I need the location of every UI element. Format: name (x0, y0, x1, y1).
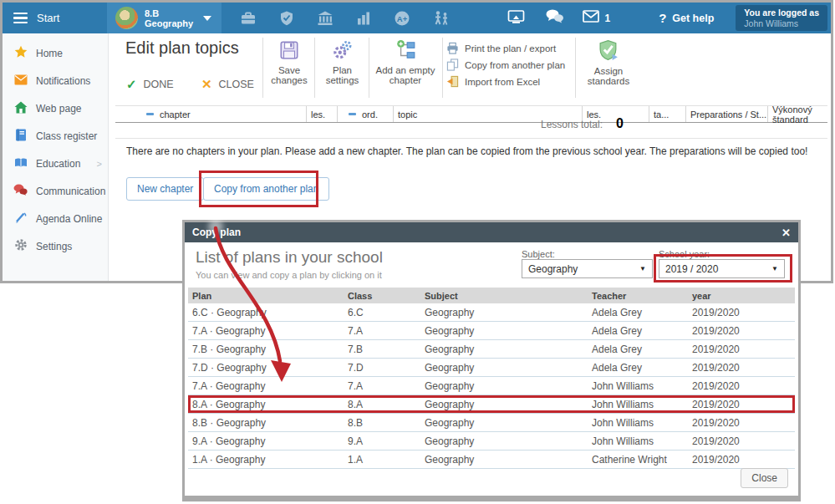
plan-row[interactable]: 1.A · Geography1.AGeographyCatherine Wri… (188, 451, 795, 469)
plan-settings-label: Plan settings (318, 65, 367, 86)
plan-cell: Geography (420, 435, 588, 447)
mail-group[interactable]: 1 (583, 10, 610, 26)
save-changes-label: Save changes (266, 65, 313, 86)
plan-row[interactable]: 7.A · Geography7.AGeographyAdela Grey201… (188, 322, 795, 340)
sidebar-item-notifications[interactable]: Notifications (3, 67, 108, 94)
col-les[interactable]: les. (311, 109, 325, 120)
import-excel-button[interactable]: Import from Excel (446, 74, 573, 90)
close-label: CLOSE (219, 79, 254, 90)
subject-select[interactable]: Geography ▼ (522, 259, 653, 278)
plan-cell: Catherine Wright (588, 454, 688, 466)
plan-cell: 2019/2020 (688, 380, 795, 392)
plan-row[interactable]: 7.B · Geography7.BGeographyAdela Grey201… (188, 340, 795, 359)
print-plan-label: Print the plan / export (465, 43, 556, 53)
sidebar-item-webpage[interactable]: Web page (3, 94, 108, 122)
school-year-select[interactable]: 2019 / 2020 ▼ (659, 259, 785, 278)
sidebar-item-home[interactable]: Home (3, 39, 108, 67)
plan-cell: John Williams (588, 417, 688, 429)
copy-from-another-plan-button[interactable]: Copy from another plan (203, 177, 329, 201)
class-selector[interactable]: 8.B Geography (107, 3, 221, 33)
cast-icon[interactable] (507, 9, 525, 28)
subject-label: Subject: (522, 249, 555, 259)
class-avatar (115, 7, 138, 29)
org-chart-plus-icon (395, 54, 416, 64)
add-empty-chapter-button[interactable]: Add an empty chapter (372, 39, 439, 86)
gear-icon (13, 238, 28, 254)
subject-value: Geography (528, 263, 578, 275)
col-standard[interactable]: Výkonový štandard (772, 104, 827, 125)
plan-row[interactable]: 7.A · Geography7.AGeographyJohn Williams… (188, 377, 795, 395)
logged-in-name: John Williams (744, 18, 819, 29)
copy-plan-modal: Copy plan ✕ List of plans in your school… (182, 220, 801, 501)
col-chapter[interactable]: chapter (160, 109, 191, 120)
sidebar-item-education[interactable]: Education > (3, 150, 108, 177)
new-chapter-button[interactable]: New chapter (126, 177, 204, 201)
plan-table-header: chapter les. ord. topic les. ta... Prepa… (115, 105, 827, 123)
shield-check-icon[interactable] (278, 10, 295, 27)
copy-from-plan-menu-button[interactable]: Copy from another plan (446, 57, 573, 74)
plan-row[interactable]: 8.A · Geography8.AGeographyJohn Williams… (188, 395, 795, 414)
plan-cell: 6.C · Geography (188, 307, 344, 318)
question-icon[interactable]: ? (659, 11, 666, 25)
done-label: DONE (144, 79, 174, 90)
col-year[interactable]: year (688, 291, 795, 301)
bar-chart-icon[interactable] (355, 10, 372, 27)
hamburger-icon[interactable] (13, 13, 28, 24)
collapse-minus-icon[interactable] (349, 113, 356, 115)
plan-cell: Geography (420, 307, 588, 318)
plan-cell: Geography (420, 344, 588, 355)
plan-cell: 7.A · Geography (188, 380, 344, 392)
plan-row[interactable]: 8.B · Geography8.BGeographyJohn Williams… (188, 414, 795, 432)
add-empty-chapter-label: Add an empty chapter (372, 65, 439, 86)
grades-aplus-icon[interactable]: A+ (394, 10, 410, 27)
plan-actions-group: Print the plan / export Copy from anothe… (446, 40, 573, 90)
toolbar-separator (262, 38, 263, 98)
col-subject[interactable]: Subject (420, 291, 588, 301)
col-preparations[interactable]: Preparations / St... (690, 109, 766, 120)
col-teacher[interactable]: Teacher (588, 291, 688, 301)
get-help-link[interactable]: Get help (672, 13, 714, 24)
plan-settings-button[interactable]: Plan settings (318, 39, 367, 86)
logged-in-box[interactable]: You are logged as John Williams (736, 5, 827, 31)
assign-standards-button[interactable]: Assign standards (582, 39, 635, 87)
plan-cell: 8.B (344, 417, 420, 429)
close-button[interactable]: ✕ CLOSE (201, 77, 254, 92)
chevron-down-icon (203, 16, 211, 21)
modal-close-icon[interactable]: ✕ (782, 227, 791, 239)
sidebar-item-class-register[interactable]: Class register (3, 122, 108, 150)
import-arrow-icon (446, 75, 459, 89)
plan-row[interactable]: 6.C · Geography6.CGeographyAdela Grey201… (188, 303, 795, 322)
modal-subheading: You can view and copy a plan by clicking… (196, 270, 382, 280)
bank-icon[interactable] (317, 10, 333, 27)
col-class[interactable]: Class (344, 291, 420, 301)
save-changes-button[interactable]: Save changes (266, 39, 313, 86)
page-title: Edit plan topics (125, 38, 239, 58)
briefcase-icon[interactable] (240, 10, 257, 27)
plan-cell: Adela Grey (588, 344, 688, 355)
plan-cell: 8.A (344, 399, 420, 410)
plan-cell: 7.D · Geography (188, 362, 344, 374)
chat-icon[interactable] (545, 8, 564, 28)
sidebar-label: Communication (36, 186, 105, 197)
col-plan[interactable]: Plan (188, 291, 344, 301)
collapse-minus-icon[interactable] (146, 113, 154, 115)
sidebar-item-agenda-online[interactable]: Agenda Online (3, 205, 108, 232)
sidebar-item-settings[interactable]: Settings (3, 232, 108, 260)
plan-cell: John Williams (588, 399, 688, 410)
done-button[interactable]: ✓ DONE (126, 77, 174, 92)
start-menu[interactable]: Start (3, 3, 107, 33)
toolbar-separator (442, 38, 443, 98)
lessons-total-label: Lessons total: (541, 119, 603, 130)
col-topic[interactable]: topic (398, 109, 417, 120)
col-ord[interactable]: ord. (362, 109, 378, 120)
modal-close-button[interactable]: Close (741, 468, 788, 488)
col-ta[interactable]: ta... (654, 109, 669, 120)
plan-row[interactable]: 9.A · Geography9.AGeographyJohn Williams… (188, 432, 795, 451)
print-plan-button[interactable]: Print the plan / export (446, 40, 573, 57)
plan-row[interactable]: 7.D · Geography7.DGeographyAdela Grey201… (188, 359, 795, 377)
logged-in-label: You are logged as (744, 8, 819, 18)
sidebar-item-communication[interactable]: Communication > (3, 177, 108, 205)
plan-cell: 7.A (344, 325, 420, 337)
attendance-people-icon[interactable] (432, 10, 451, 27)
shield-check-arrow-icon (598, 55, 620, 65)
